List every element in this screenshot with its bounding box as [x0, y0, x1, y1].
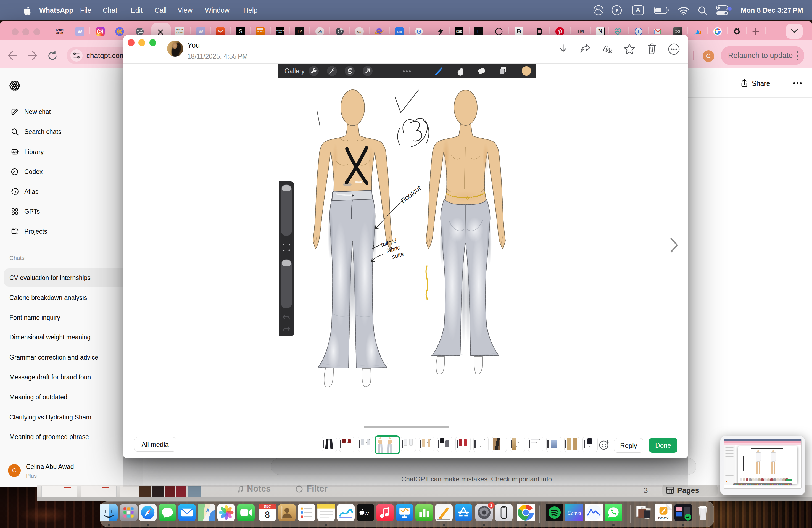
svg-text:Bootcut: Bootcut — [399, 184, 423, 205]
svg-text:Canva: Canva — [568, 510, 581, 516]
svg-text:G: G — [417, 28, 421, 35]
svg-text:tv: tv — [364, 510, 369, 516]
svg-text:T: T — [637, 29, 640, 34]
svg-text:A: A — [636, 6, 640, 14]
svg-text:DOCX: DOCX — [658, 516, 669, 520]
